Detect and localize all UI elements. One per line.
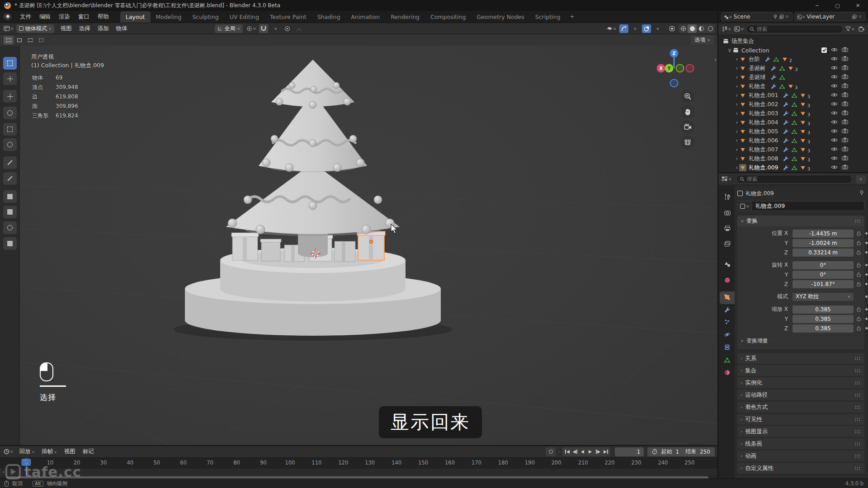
timeline-tracks[interactable]: › [0, 469, 717, 476]
outliner-row-object[interactable]: ›礼物盒.0033 [718, 109, 868, 118]
auto-keying-settings-icon[interactable]: › [558, 450, 560, 454]
remove-view-layer-icon[interactable]: ✕ [857, 14, 863, 20]
current-frame-field[interactable]: 1 [615, 447, 644, 456]
camera-icon[interactable] [842, 101, 848, 108]
camera-icon[interactable] [842, 137, 848, 144]
camera-icon[interactable] [842, 164, 848, 171]
proportional-editing-button[interactable] [283, 24, 292, 33]
outliner-row-object[interactable]: ›礼物盒.0043 [718, 118, 868, 127]
frame-tick-70[interactable]: 70 [207, 460, 213, 466]
eye-icon[interactable] [831, 137, 838, 144]
properties-tab-particles[interactable] [720, 316, 735, 329]
shading-wireframe-button[interactable] [679, 24, 688, 33]
properties-tab-object[interactable] [720, 291, 735, 304]
new-collection-button[interactable] [857, 25, 866, 33]
camera-view-button[interactable] [681, 120, 694, 134]
eye-icon[interactable] [831, 101, 838, 108]
pivot-point-button[interactable]: ∨ [245, 24, 257, 33]
tool-scale[interactable] [3, 123, 17, 136]
properties-tab-scene[interactable] [720, 258, 735, 271]
transform-value-field[interactable]: 0.385 [793, 324, 854, 333]
new-scene-icon[interactable] [778, 14, 784, 20]
playback-prev-keyframe-button[interactable] [571, 448, 579, 456]
properties-tab-modifiers[interactable] [720, 304, 735, 317]
eye-icon[interactable] [831, 65, 838, 71]
add-workspace-button[interactable]: + [566, 12, 578, 22]
properties-section-自定义属性[interactable]: ›自定义属性 [737, 463, 864, 474]
tab-geometry-nodes[interactable]: Geometry Nodes [471, 11, 529, 23]
frame-tick-210[interactable]: 210 [578, 460, 588, 466]
select-mode-set-button[interactable] [4, 36, 14, 44]
start-frame-value[interactable]: 1 [675, 449, 679, 455]
eye-icon[interactable] [831, 110, 838, 117]
eye-icon[interactable] [831, 47, 838, 53]
animate-dot-icon[interactable] [865, 251, 868, 253]
tool-measure[interactable] [3, 172, 17, 185]
properties-tab-constraints[interactable] [720, 342, 735, 354]
channels-expand-arrow[interactable]: › [3, 469, 5, 475]
transform-value-field[interactable]: 0° [793, 261, 854, 269]
close-button[interactable]: ✕ [848, 0, 868, 11]
outliner-search-input[interactable]: 搜索 [746, 25, 843, 33]
expand-arrow-icon[interactable]: › [735, 137, 739, 144]
frame-tick-120[interactable]: 120 [338, 460, 348, 466]
properties-tab-tool[interactable] [720, 191, 735, 204]
camera-icon[interactable] [842, 110, 848, 117]
frame-tick-130[interactable]: 130 [365, 460, 375, 466]
frame-tick-80[interactable]: 80 [233, 460, 240, 466]
lock-icon[interactable] [854, 326, 863, 331]
gizmos-settings-button[interactable]: ∨ [631, 24, 640, 33]
lock-icon[interactable] [854, 282, 863, 286]
playback-jump-to-start-button[interactable] [563, 448, 571, 456]
selected-gift-box[interactable] [357, 231, 385, 260]
menu-2[interactable]: 渲染 [55, 11, 74, 23]
properties-section-视图显示[interactable]: ›视图显示 [737, 426, 864, 437]
view-layer-selector[interactable]: ∨ ViewLayer ✕ [794, 12, 866, 21]
eye-icon[interactable] [831, 92, 838, 99]
timeline-menu-1[interactable]: 插帧 ∨ [38, 446, 60, 457]
transform-orientation-selector[interactable]: 全局 ∨ [215, 24, 243, 33]
tab-compositing[interactable]: Compositing [425, 11, 471, 23]
properties-section-实例化[interactable]: ›实例化 [737, 377, 864, 388]
camera-icon[interactable] [842, 146, 848, 153]
outliner-row-object[interactable]: ›礼物盒.0083 [718, 154, 868, 163]
animate-dot-icon[interactable] [865, 273, 868, 276]
lock-icon[interactable] [854, 240, 863, 245]
transform-panel-header[interactable]: ∨ 变换 [737, 216, 864, 226]
properties-tab-view-layer[interactable] [720, 238, 735, 251]
lock-icon[interactable] [854, 250, 863, 255]
properties-editor-type-button[interactable]: ∨ [721, 175, 732, 183]
animate-dot-icon[interactable] [865, 232, 868, 235]
frame-tick-190[interactable]: 190 [525, 460, 535, 466]
animate-dot-icon[interactable] [865, 318, 868, 320]
tool-select-box[interactable] [3, 57, 17, 70]
select-mode-intersect-button[interactable] [36, 36, 46, 44]
tool-add-cube[interactable] [3, 190, 17, 203]
frame-tick-60[interactable]: 60 [180, 460, 187, 466]
camera-icon[interactable] [842, 65, 848, 71]
eye-icon[interactable] [831, 146, 838, 153]
pin-icon[interactable] [859, 190, 864, 197]
expand-arrow-icon[interactable]: ∨ [727, 47, 732, 53]
timeline-ruler[interactable]: 1102030405060708090100110120130140150160… [0, 458, 717, 469]
viewport-menu-0[interactable]: 视图 [57, 23, 75, 34]
viewport-menu-1[interactable]: 选择 [75, 23, 94, 34]
properties-section-着色方式[interactable]: ›着色方式 [737, 402, 864, 413]
eye-icon[interactable] [831, 74, 838, 80]
panel-grip-icon[interactable] [854, 219, 861, 223]
viewport-menu-2[interactable]: 添加 [94, 23, 113, 34]
outliner-row-scene-collection[interactable]: 场景集合 [718, 37, 868, 46]
animate-dot-icon[interactable] [865, 242, 868, 244]
eye-icon[interactable] [831, 128, 838, 135]
tab-shading[interactable]: Shading [312, 11, 346, 23]
playback-next-keyframe-button[interactable] [594, 448, 602, 456]
outliner-row-object[interactable]: ›礼物盒.0053 [718, 127, 868, 136]
camera-icon[interactable] [842, 74, 848, 80]
outliner-row-object[interactable]: ›礼物盒.0093 [718, 163, 868, 172]
outliner-row-object[interactable]: ›台阶2 [718, 55, 868, 64]
playback-play-button[interactable] [586, 448, 594, 456]
menu-3[interactable]: 窗口 [74, 11, 94, 23]
properties-section-线条画[interactable]: ›线条画 [737, 438, 864, 449]
properties-section-动画[interactable]: ›动画 [737, 450, 864, 461]
playback-play-reverse-button[interactable] [579, 448, 586, 456]
